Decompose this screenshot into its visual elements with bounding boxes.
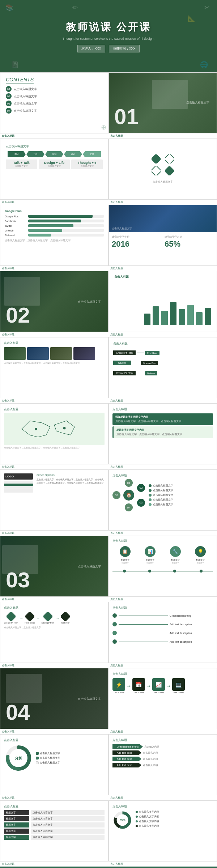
slide-timeline-arrows: 点击入标题 Graduated learning Add text descri…	[109, 602, 217, 663]
diamond-3	[152, 166, 161, 175]
vbar-2	[153, 306, 159, 325]
sa-icon-3: 📈	[152, 678, 165, 691]
circ-label-4: 点击输入标题文字	[149, 498, 213, 502]
dl-item-1: 点击输入文字内容	[136, 810, 213, 814]
doc-title: Other Options	[37, 473, 105, 477]
small-photos-title: 点击入标题	[4, 341, 105, 345]
step-label-4: 标题文字	[195, 558, 206, 562]
svg-rect-8	[43, 612, 52, 621]
book-shape-04	[6, 674, 42, 703]
map-title: 点击入标题	[4, 407, 105, 411]
stats-left: 建党大学字年份 2016	[112, 235, 161, 249]
caption-row-04: 点击入标题 点击入标题	[0, 332, 217, 337]
section-num-01: 01	[114, 106, 139, 128]
section-label-02: 点击输入标题文字	[78, 299, 101, 303]
flow-end-1: Find Ideas	[145, 351, 159, 355]
doc-left: LOGO	[4, 473, 33, 527]
la-arrow-1: Graduated learning	[112, 744, 143, 749]
caption-left-01: 点击入标题	[0, 133, 109, 139]
slide-diamond-process: 点击入标题 Create Pr Plan → Find Ideas → Stra…	[0, 602, 109, 663]
caption-row-12: 点击入标题 点击入标题	[0, 861, 217, 867]
slide-bars: Google Plus Google Plus Facebook Twitter…	[0, 205, 109, 266]
circ-label-3: 点击输入标题文字	[149, 493, 213, 497]
step-icon-2: 📊	[145, 546, 156, 557]
stats-bar: 建党大学字年份 2016 建党大学字占比 65%	[109, 232, 217, 252]
flow-item-1: Create Pr Plan Find Ideas	[113, 350, 212, 355]
flow-line-2	[132, 363, 140, 363]
flow-end-2: Strategy Plan	[141, 361, 158, 365]
dp-arrow-1: →	[20, 616, 23, 620]
step-1: 调研	[8, 151, 26, 157]
book-shape-02	[4, 277, 40, 306]
tl-item-4: Add text description	[112, 639, 213, 644]
tl-text-2: Add text description	[170, 623, 213, 626]
dp-diamond-3	[43, 612, 52, 621]
radial-svg: 分析	[4, 744, 33, 773]
circ-center: 🏠	[123, 490, 134, 501]
diamonds-row-1	[152, 154, 174, 163]
svg-text:65%: 65%	[119, 818, 125, 822]
slide-process-flow: 点击入标题 Create Pr Plan Find Ideas START St…	[109, 337, 217, 398]
doc-logo: LOGO	[4, 473, 33, 480]
radial-label-1: 点击输入标题文字	[36, 752, 105, 755]
svg-rect-2	[152, 166, 161, 175]
main-title: 教师说课 公开课	[66, 20, 151, 34]
doc-line-5	[4, 491, 33, 493]
vchart-bars	[144, 296, 211, 325]
steps-row: 📋 标题文字 标题文字 📊 标题文字 标题文字 🔧 标题文字 标题文字 💡 标题…	[109, 544, 217, 566]
stats-label-year: 建党大学字年份	[112, 235, 161, 239]
section-num-04: 04	[6, 702, 30, 723]
caption-row-09: 点击入标题 点击入标题	[0, 663, 217, 668]
long-arrows-title: 点击入标题	[112, 738, 213, 742]
item-num-4: 04	[6, 108, 12, 114]
green-box-2-text: 点击编入标题文字，点击编入标题文字，点击编入标题文字	[116, 433, 210, 436]
green-box-2-title: 标题文字的标题文字内容	[116, 428, 210, 432]
section-label-04: 点击输入标题文字	[78, 697, 101, 701]
content-item-1: 01 点击输入标题文字	[6, 86, 103, 92]
click-to-edit-01: 点击输入标题文字	[186, 100, 209, 104]
step-5: 交付	[83, 151, 101, 157]
sa-icon-1: ⚡	[112, 678, 125, 691]
doc-text: 点击编入标题文字，点击编入标题文字，点击编入标题文字，点击编入标题文字，点击编入…	[37, 478, 105, 485]
table-cell-dark-4: 标题文字	[4, 829, 29, 834]
bar-fill-3	[28, 224, 73, 227]
la-item-3: Add text desc 点击输入内容	[112, 757, 213, 761]
section-label-03: 点击输入标题文字	[78, 564, 101, 568]
sa-arrow-3: →	[166, 683, 171, 689]
bars-title: Google Plus	[5, 209, 104, 213]
stats-percent: 65%	[165, 239, 214, 249]
tl-text-4: Add text description	[170, 641, 213, 643]
slide-book-02: 02 点击输入标题文字	[0, 271, 109, 332]
diamond-4	[165, 166, 174, 175]
la-item-2: Add text desc 点击输入内容	[112, 750, 213, 755]
table-cell-dark-1: 标题文字	[4, 810, 29, 815]
item-num-1: 01	[6, 86, 12, 92]
slide-circular: 点击入标题 🏠 01 04 05 02 03 点击输入标题文字 点击输入标题文字	[109, 469, 217, 531]
steps-connector	[109, 566, 217, 576]
stats-label-percent: 建党大学字占比	[165, 235, 214, 239]
caption-left-09: 点击入标题	[0, 663, 109, 668]
caption-left-07: 点击入标题	[0, 531, 109, 536]
table-cell-light-1: 点击输入内容文字	[31, 810, 105, 815]
la-arrow-2: Add text desc	[112, 750, 141, 755]
stats-year: 2016	[112, 239, 161, 249]
flow-end-3: Delivery	[145, 371, 157, 375]
caption-right-03: 点击入标题	[109, 266, 217, 271]
caption-right-01: 点击入标题	[109, 133, 217, 139]
small-photo-4	[73, 347, 95, 360]
caption-row-03: 点击入标题 点击入标题	[0, 266, 217, 271]
radial-label-2: 点击输入标题文字	[36, 756, 105, 760]
bar-fill-4	[28, 229, 62, 232]
radial-title: 点击入标题	[4, 738, 105, 742]
bar-fill-5	[28, 234, 51, 237]
caption-left-10: 点击入标题	[0, 729, 109, 734]
info-box-1: Talk + Talk 点击输入文字	[6, 159, 37, 169]
svg-rect-3	[165, 166, 174, 175]
table-row-4: 标题文字 点击输入内容文字	[4, 829, 105, 834]
table-cell-light-2: 点击输入内容文字	[31, 816, 105, 821]
content-text-4: 点击输入标题文字	[14, 109, 37, 113]
slide-book-04: 04 点击输入标题文字	[0, 668, 109, 729]
deco-ruler-icon: 📐	[187, 14, 195, 22]
dp-item-2: Find Ideas	[25, 612, 35, 624]
slide-book-01: 01 点击输入标题文字	[109, 72, 217, 133]
